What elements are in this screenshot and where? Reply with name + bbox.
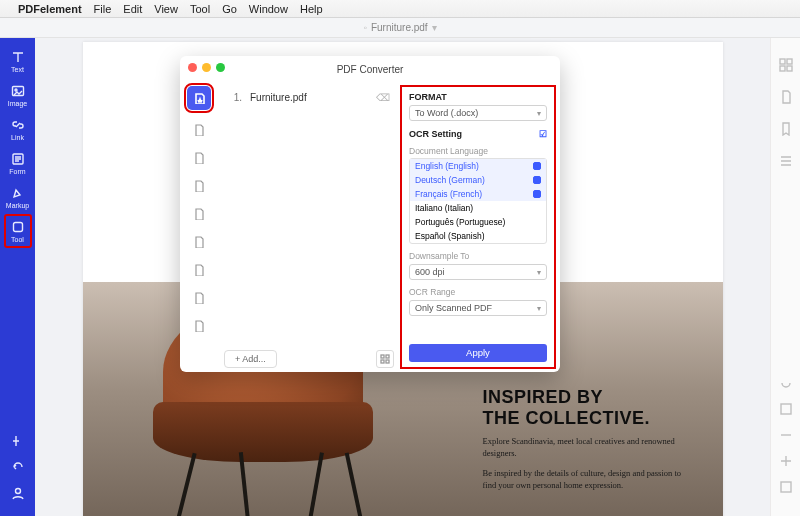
rs-minus[interactable] bbox=[779, 428, 793, 442]
rs-list[interactable] bbox=[779, 154, 793, 168]
check-icon bbox=[533, 162, 541, 170]
paragraph-1: Explore Scandinavia, meet local creative… bbox=[483, 436, 693, 460]
check-icon bbox=[533, 190, 541, 198]
svg-rect-6 bbox=[787, 59, 792, 64]
doc-language-label: Document Language bbox=[409, 146, 547, 156]
sidebar-item-image[interactable]: Image bbox=[4, 78, 32, 112]
format-column bbox=[180, 82, 218, 372]
format-text-button[interactable] bbox=[191, 206, 207, 222]
format-epub-button[interactable] bbox=[191, 262, 207, 278]
lang-spanish[interactable]: Español (Spanish) bbox=[410, 229, 546, 243]
file-row[interactable]: 1. Furniture.pdf ⌫ bbox=[222, 88, 396, 106]
menu-help[interactable]: Help bbox=[300, 3, 323, 15]
apply-button[interactable]: Apply bbox=[409, 344, 547, 362]
sidebar-bottom bbox=[11, 428, 25, 516]
format-excel-button[interactable] bbox=[191, 122, 207, 138]
menu-file[interactable]: File bbox=[94, 3, 112, 15]
close-icon[interactable] bbox=[188, 63, 197, 72]
lang-french[interactable]: Français (French) bbox=[410, 187, 546, 201]
window-titlebar: ◦ Furniture.pdf ▾ bbox=[0, 18, 800, 38]
language-list[interactable]: English (English) Deutsch (German) Franç… bbox=[409, 158, 547, 244]
sidebar-item-form[interactable]: Form bbox=[4, 146, 32, 180]
menu-tool[interactable]: Tool bbox=[190, 3, 210, 15]
format-select[interactable]: To Word (.docx) bbox=[409, 105, 547, 121]
rs-crop[interactable] bbox=[779, 402, 793, 416]
file-index: 1. bbox=[222, 92, 242, 103]
expand-icon[interactable] bbox=[11, 434, 25, 448]
mac-menubar: PDFelement File Edit View Tool Go Window… bbox=[0, 0, 800, 18]
grid-icon bbox=[380, 354, 390, 364]
rs-rotate[interactable] bbox=[779, 376, 793, 390]
file-icon bbox=[193, 264, 205, 276]
rs-thumbnails[interactable] bbox=[779, 58, 793, 72]
rs-page[interactable] bbox=[779, 90, 793, 104]
app-name[interactable]: PDFelement bbox=[18, 3, 82, 15]
svg-point-4 bbox=[15, 489, 20, 494]
format-section-title: FORMAT bbox=[409, 92, 547, 102]
page-icon bbox=[779, 90, 793, 104]
window-controls[interactable] bbox=[188, 63, 225, 72]
word-icon bbox=[193, 92, 205, 104]
menu-window[interactable]: Window bbox=[249, 3, 288, 15]
rs-bookmark[interactable] bbox=[779, 122, 793, 136]
settings-column: FORMAT To Word (.docx) OCR Setting ☑ Doc… bbox=[400, 85, 556, 369]
rotate-icon bbox=[779, 376, 793, 390]
svg-rect-11 bbox=[381, 355, 384, 358]
ocr-range-select[interactable]: Only Scanned PDF bbox=[409, 300, 547, 316]
downsample-select[interactable]: 600 dpi bbox=[409, 264, 547, 280]
format-more-button[interactable] bbox=[191, 318, 207, 334]
text-icon bbox=[11, 50, 25, 64]
panel-titlebar: PDF Converter bbox=[180, 56, 560, 82]
lang-german[interactable]: Deutsch (German) bbox=[410, 173, 546, 187]
lang-english[interactable]: English (English) bbox=[410, 159, 546, 173]
file-icon bbox=[193, 320, 205, 332]
menu-view[interactable]: View bbox=[154, 3, 178, 15]
undo-icon[interactable] bbox=[11, 460, 25, 474]
headline-1: INSPIRED BY bbox=[483, 387, 693, 408]
document-tab-title[interactable]: Furniture.pdf bbox=[371, 22, 428, 33]
sidebar-item-tool[interactable]: Tool bbox=[4, 214, 32, 248]
lang-portuguese[interactable]: Português (Portuguese) bbox=[410, 215, 546, 229]
sidebar-item-link[interactable]: Link bbox=[4, 112, 32, 146]
file-icon bbox=[193, 236, 205, 248]
zoom-icon[interactable] bbox=[216, 63, 225, 72]
svg-rect-14 bbox=[386, 360, 389, 363]
sidebar-item-markup[interactable]: Markup bbox=[4, 180, 32, 214]
rs-fit[interactable] bbox=[779, 480, 793, 494]
view-toggle-button[interactable] bbox=[376, 350, 394, 368]
ocr-range-label: OCR Range bbox=[409, 287, 547, 297]
form-icon bbox=[11, 152, 25, 166]
sidebar-item-text[interactable]: Text bbox=[4, 44, 32, 78]
menu-edit[interactable]: Edit bbox=[123, 3, 142, 15]
format-html-button[interactable] bbox=[191, 234, 207, 250]
svg-rect-12 bbox=[386, 355, 389, 358]
svg-rect-13 bbox=[381, 360, 384, 363]
svg-rect-7 bbox=[780, 66, 785, 71]
file-icon bbox=[193, 152, 205, 164]
rs-plus[interactable] bbox=[779, 454, 793, 468]
crop-icon bbox=[779, 402, 793, 416]
check-icon bbox=[533, 176, 541, 184]
menu-go[interactable]: Go bbox=[222, 3, 237, 15]
format-ppt-button[interactable] bbox=[191, 150, 207, 166]
user-icon[interactable] bbox=[11, 486, 25, 500]
image-icon bbox=[11, 84, 25, 98]
panel-title: PDF Converter bbox=[337, 64, 404, 75]
minimize-icon[interactable] bbox=[202, 63, 211, 72]
format-image-button[interactable] bbox=[191, 178, 207, 194]
format-rtf-button[interactable] bbox=[191, 290, 207, 306]
svg-point-1 bbox=[15, 89, 17, 91]
add-file-button[interactable]: + Add... bbox=[224, 350, 277, 368]
ocr-toggle[interactable]: ☑ bbox=[539, 129, 547, 139]
format-word-button[interactable] bbox=[187, 86, 211, 110]
headline-2: THE COLLECTIVE. bbox=[483, 408, 693, 429]
lang-italian[interactable]: Italiano (Italian) bbox=[410, 201, 546, 215]
svg-rect-8 bbox=[787, 66, 792, 71]
svg-rect-10 bbox=[781, 482, 791, 492]
remove-file-icon[interactable]: ⌫ bbox=[376, 92, 390, 103]
fit-icon bbox=[779, 480, 793, 494]
thumbnails-icon bbox=[779, 58, 793, 72]
file-icon bbox=[193, 292, 205, 304]
svg-rect-5 bbox=[780, 59, 785, 64]
left-toolbar: Text Image Link Form Markup Tool bbox=[0, 38, 35, 516]
